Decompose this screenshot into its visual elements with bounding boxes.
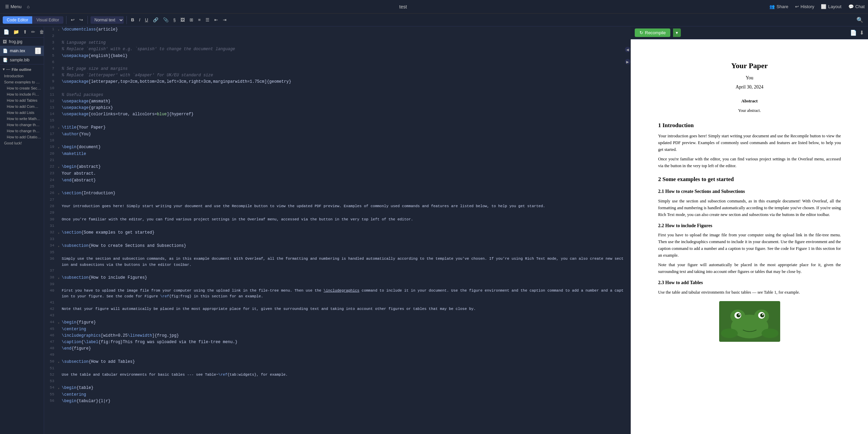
main-area: 📄 📁 ⬆ ✏ 🗑 🖼 frog.jpg 📄 main.tex ⋮ 📑 samp… [0,26,868,434]
pdf-preview[interactable]: Your Paper You April 30, 2024 Abstract Y… [631,39,868,434]
preview-download-button[interactable]: ⬇ [860,29,864,36]
line-29: 29 [44,210,625,216]
outline-title: File outline [12,67,31,72]
line-33: 33 [44,236,625,243]
line-25: 25 [44,184,625,190]
share-action[interactable]: 👥 Share [769,4,788,9]
indent-right-button[interactable]: ⇥ [221,16,228,23]
redo-button[interactable]: ↪ [78,16,85,23]
new-file-button[interactable]: 📄 [3,28,10,35]
style-select[interactable]: Normal text [91,16,124,24]
unordered-list-button[interactable]: ≡ [196,16,202,23]
preview-file-button[interactable]: 📄 [850,29,857,36]
image-button[interactable]: 🖼 [179,16,186,23]
line-54: 54▾\begin{table} [44,385,625,392]
collapse-left-button[interactable]: ◀ [625,47,630,52]
line-12: 12\usepackage{amsmath} [44,98,625,105]
recompile-button[interactable]: ↻ Recompile [635,28,670,37]
file-icon-bib: 📑 [3,58,8,62]
upload-button[interactable]: ⬆ [22,28,28,35]
svg-point-11 [762,329,778,338]
outline-header[interactable]: ▾ ···· File outline [0,64,44,73]
topbar: ☰ Menu ⌂ test 👥 Share ↩ History ⬜ Layout… [0,0,868,14]
chat-action[interactable]: 💬 Chat [848,4,865,9]
file-name-main: main.tex [10,48,25,53]
line-45: 45\centering [44,326,625,333]
search-button[interactable]: 🔍 [854,16,865,24]
right-actions: 👥 Share ↩ History ⬜ Layout 💬 Chat [769,4,865,9]
edit-button[interactable]: ✏ [31,28,36,35]
outline-item-2[interactable]: How to create Sectio... [0,85,44,91]
home-icon: ⌂ [27,4,30,9]
menu-label: Menu [11,4,22,9]
citation-button[interactable]: 📎 [161,16,170,23]
indent-left-button[interactable]: ⇤ [213,16,220,23]
italic-button[interactable]: I [137,16,142,23]
toolbar-separator-3 [126,16,127,24]
visual-editor-button[interactable]: Visual Editor [32,16,63,24]
line-27: 27 [44,197,625,203]
delete-button[interactable]: 🗑 [39,28,44,35]
line-4: 4% Replace `english' with e.g. `spanish'… [44,46,625,53]
underline-button[interactable]: U [143,16,150,23]
file-item-frog[interactable]: 🖼 frog.jpg [0,38,44,46]
hamburger-icon: ☰ [5,4,9,9]
home-button[interactable]: ⌂ [25,3,32,10]
line-11: 11% Useful packages [44,92,625,98]
editor-content[interactable]: 1▾\documentclass{article} 2 3% Language … [44,26,625,434]
recompile-label: Recompile [645,30,666,35]
outline-item-9[interactable]: How to change the d... [0,128,44,134]
subsection-23-heading: 2.3 How to add Tables [658,279,841,287]
collapse-right-button[interactable]: ▶ [625,59,630,64]
history-action[interactable]: ↩ History [795,4,814,9]
outline-item-10[interactable]: How to add Citation... [0,134,44,140]
ref-button[interactable]: § [172,16,177,23]
sidebar-toolbar: 📄 📁 ⬆ ✏ 🗑 [0,26,44,38]
line-38: 38▾\subsection{How to include Figures} [44,275,625,281]
line-37: 37 [44,268,625,274]
link-button[interactable]: 🔗 [151,16,160,23]
line-24: 24\end{abstract} [44,177,625,184]
menu-button[interactable]: ☰ Menu [3,3,23,10]
outline-item-6[interactable]: How to add Lists [0,110,44,116]
outline-item-5[interactable]: How to add Comme... [0,103,44,110]
file-options-button[interactable]: ⋮ [35,47,41,54]
file-icon-frog: 🖼 [3,39,7,44]
bold-button[interactable]: B [130,16,136,23]
sidebar: 📄 📁 ⬆ ✏ 🗑 🖼 frog.jpg 📄 main.tex ⋮ 📑 samp… [0,26,44,434]
line-20: 20\maketitle [44,151,625,157]
line-50: 50▾\subsection{How to add Tables} [44,359,625,366]
line-39: 39 [44,281,625,288]
file-item-main[interactable]: 📄 main.tex ⋮ [0,46,44,56]
outline-item-0[interactable]: Introduction [0,73,44,79]
outline-item-7[interactable]: How to write Mathe... [0,116,44,122]
history-icon: ↩ [795,4,799,9]
outline-item-4[interactable]: How to add Tables [0,97,44,103]
line-43: 43 [44,313,625,319]
table-button[interactable]: ⊞ [188,16,195,23]
ordered-list-button[interactable]: ☰ [204,16,211,23]
code-editor: 1▾\documentclass{article} 2 3% Language … [44,26,625,434]
history-label: History [801,4,814,9]
new-folder-button[interactable]: 📁 [13,28,20,35]
chat-icon: 💬 [848,4,854,9]
layout-action[interactable]: ⬜ Layout [821,4,841,9]
paper-author: You [658,74,841,82]
mid-controls: ◀ ▶ [625,26,631,434]
undo-button[interactable]: ↩ [69,16,76,23]
line-52: 52Use the table and tabular environments… [44,372,625,378]
outline-header-label: ···· [6,67,10,72]
line-16: 16▾\title{Your Paper} [44,124,625,131]
share-label: Share [776,4,788,9]
line-26: 26▾\section{Introduction} [44,190,625,197]
line-21: 21 [44,157,625,164]
line-28: 28Your introduction goes here! Simply st… [44,203,625,210]
outline-item-11[interactable]: Good luck! [0,140,44,146]
recompile-dropdown-button[interactable]: ▾ [673,28,681,37]
line-23: 23Your abstract. [44,171,625,177]
file-item-bib[interactable]: 📑 sample.bib [0,56,44,64]
outline-item-1[interactable]: Some examples to get st... [0,79,44,85]
code-editor-button[interactable]: Code Editor [3,16,32,24]
outline-item-8[interactable]: How to change the ... [0,122,44,128]
outline-item-3[interactable]: How to include Figur... [0,91,44,97]
